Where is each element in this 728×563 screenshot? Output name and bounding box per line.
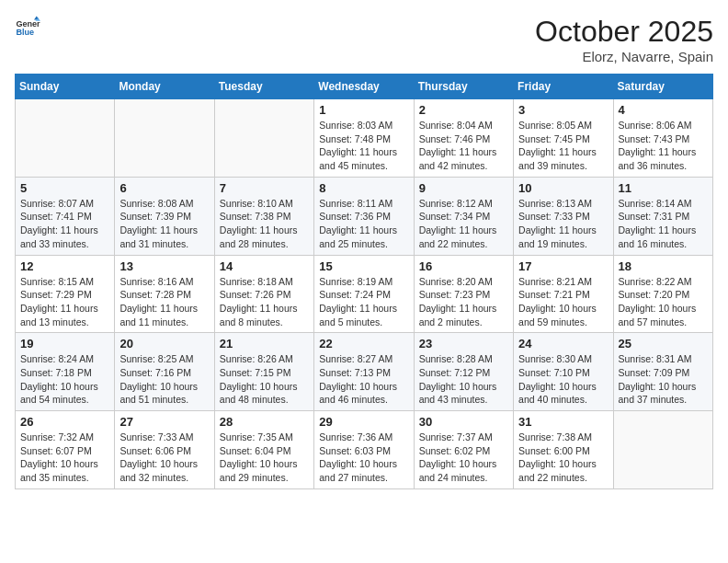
calendar-cell: [214, 99, 313, 178]
day-number: 31: [518, 415, 608, 429]
calendar-cell: 10Sunrise: 8:13 AM Sunset: 7:33 PM Dayli…: [514, 177, 613, 255]
day-info: Sunrise: 7:36 AM Sunset: 6:03 PM Dayligh…: [319, 431, 408, 485]
day-number: 18: [619, 259, 708, 273]
day-info: Sunrise: 8:10 AM Sunset: 7:38 PM Dayligh…: [220, 197, 309, 251]
calendar-cell: 7Sunrise: 8:10 AM Sunset: 7:38 PM Daylig…: [214, 177, 313, 255]
logo-icon: General Blue: [15, 15, 40, 40]
calendar-cell: 16Sunrise: 8:20 AM Sunset: 7:23 PM Dayli…: [414, 255, 513, 333]
day-info: Sunrise: 7:35 AM Sunset: 6:04 PM Dayligh…: [220, 431, 309, 485]
day-header-wednesday: Wednesday: [314, 75, 414, 99]
calendar-cell: 5Sunrise: 8:07 AM Sunset: 7:41 PM Daylig…: [16, 177, 115, 255]
calendar-cell: 9Sunrise: 8:12 AM Sunset: 7:34 PM Daylig…: [414, 177, 513, 255]
day-info: Sunrise: 8:03 AM Sunset: 7:48 PM Dayligh…: [319, 119, 408, 173]
day-info: Sunrise: 8:04 AM Sunset: 7:46 PM Dayligh…: [419, 119, 508, 173]
day-number: 19: [20, 337, 109, 350]
day-number: 1: [319, 103, 408, 117]
day-info: Sunrise: 8:25 AM Sunset: 7:16 PM Dayligh…: [119, 352, 209, 407]
calendar-cell: 13Sunrise: 8:16 AM Sunset: 7:28 PM Dayli…: [115, 255, 214, 333]
header: General Blue October 2025 Elorz, Navarre…: [15, 15, 713, 64]
day-info: Sunrise: 8:14 AM Sunset: 7:31 PM Dayligh…: [619, 197, 708, 251]
day-header-thursday: Thursday: [414, 75, 513, 99]
week-row-3: 12Sunrise: 8:15 AM Sunset: 7:29 PM Dayli…: [16, 255, 713, 333]
day-number: 23: [419, 337, 508, 350]
day-number: 6: [119, 181, 209, 195]
day-number: 2: [419, 103, 508, 117]
day-info: Sunrise: 8:30 AM Sunset: 7:10 PM Dayligh…: [518, 352, 608, 407]
calendar-cell: 18Sunrise: 8:22 AM Sunset: 7:20 PM Dayli…: [613, 255, 712, 333]
title-area: October 2025 Elorz, Navarre, Spain: [535, 15, 713, 64]
calendar-cell: 28Sunrise: 7:35 AM Sunset: 6:04 PM Dayli…: [214, 411, 313, 489]
day-info: Sunrise: 8:22 AM Sunset: 7:20 PM Dayligh…: [619, 275, 708, 329]
day-info: Sunrise: 8:05 AM Sunset: 7:45 PM Dayligh…: [518, 119, 608, 173]
day-number: 27: [119, 415, 209, 429]
day-number: 12: [20, 259, 109, 273]
calendar-cell: [115, 99, 214, 178]
day-info: Sunrise: 8:20 AM Sunset: 7:23 PM Dayligh…: [419, 275, 508, 329]
day-number: 8: [319, 181, 408, 195]
day-number: 30: [419, 415, 508, 429]
day-header-tuesday: Tuesday: [214, 75, 313, 99]
calendar-cell: 31Sunrise: 7:38 AM Sunset: 6:00 PM Dayli…: [514, 411, 613, 489]
calendar-cell: 23Sunrise: 8:28 AM Sunset: 7:12 PM Dayli…: [414, 333, 513, 411]
day-info: Sunrise: 8:06 AM Sunset: 7:43 PM Dayligh…: [619, 119, 708, 173]
calendar-cell: 25Sunrise: 8:31 AM Sunset: 7:09 PM Dayli…: [613, 333, 712, 411]
day-number: 10: [518, 181, 608, 195]
day-info: Sunrise: 8:13 AM Sunset: 7:33 PM Dayligh…: [518, 197, 608, 251]
calendar-cell: 20Sunrise: 8:25 AM Sunset: 7:16 PM Dayli…: [115, 333, 214, 411]
day-info: Sunrise: 8:15 AM Sunset: 7:29 PM Dayligh…: [20, 275, 109, 329]
day-info: Sunrise: 8:12 AM Sunset: 7:34 PM Dayligh…: [419, 197, 508, 251]
day-number: 29: [319, 415, 408, 429]
calendar-cell: 21Sunrise: 8:26 AM Sunset: 7:15 PM Dayli…: [214, 333, 313, 411]
day-info: Sunrise: 7:33 AM Sunset: 6:06 PM Dayligh…: [119, 431, 209, 485]
day-number: 21: [220, 337, 309, 350]
day-info: Sunrise: 8:31 AM Sunset: 7:09 PM Dayligh…: [619, 352, 708, 407]
day-info: Sunrise: 7:32 AM Sunset: 6:07 PM Dayligh…: [20, 431, 109, 485]
calendar-cell: 12Sunrise: 8:15 AM Sunset: 7:29 PM Dayli…: [16, 255, 115, 333]
day-header-friday: Friday: [514, 75, 613, 99]
day-info: Sunrise: 8:18 AM Sunset: 7:26 PM Dayligh…: [220, 275, 309, 329]
day-number: 25: [619, 337, 708, 350]
calendar-cell: 6Sunrise: 8:08 AM Sunset: 7:39 PM Daylig…: [115, 177, 214, 255]
day-number: 7: [220, 181, 309, 195]
calendar-cell: 3Sunrise: 8:05 AM Sunset: 7:45 PM Daylig…: [514, 99, 613, 178]
day-info: Sunrise: 8:11 AM Sunset: 7:36 PM Dayligh…: [319, 197, 408, 251]
calendar-cell: 19Sunrise: 8:24 AM Sunset: 7:18 PM Dayli…: [16, 333, 115, 411]
day-info: Sunrise: 7:37 AM Sunset: 6:02 PM Dayligh…: [419, 431, 508, 485]
calendar-cell: 2Sunrise: 8:04 AM Sunset: 7:46 PM Daylig…: [414, 99, 513, 178]
day-number: 4: [619, 103, 708, 117]
day-number: 20: [119, 337, 209, 350]
calendar-cell: 11Sunrise: 8:14 AM Sunset: 7:31 PM Dayli…: [613, 177, 712, 255]
calendar-cell: 24Sunrise: 8:30 AM Sunset: 7:10 PM Dayli…: [514, 333, 613, 411]
day-number: 16: [419, 259, 508, 273]
svg-text:Blue: Blue: [16, 28, 34, 37]
day-number: 26: [20, 415, 109, 429]
calendar-cell: 22Sunrise: 8:27 AM Sunset: 7:13 PM Dayli…: [314, 333, 414, 411]
calendar-cell: [16, 99, 115, 178]
day-info: Sunrise: 8:19 AM Sunset: 7:24 PM Dayligh…: [319, 275, 408, 329]
day-number: 3: [518, 103, 608, 117]
day-info: Sunrise: 8:24 AM Sunset: 7:18 PM Dayligh…: [20, 352, 109, 407]
day-info: Sunrise: 8:26 AM Sunset: 7:15 PM Dayligh…: [220, 352, 309, 407]
week-row-5: 26Sunrise: 7:32 AM Sunset: 6:07 PM Dayli…: [16, 411, 713, 489]
day-info: Sunrise: 8:08 AM Sunset: 7:39 PM Dayligh…: [119, 197, 209, 251]
day-number: 14: [220, 259, 309, 273]
calendar-cell: 27Sunrise: 7:33 AM Sunset: 6:06 PM Dayli…: [115, 411, 214, 489]
day-number: 13: [119, 259, 209, 273]
calendar-cell: 4Sunrise: 8:06 AM Sunset: 7:43 PM Daylig…: [613, 99, 712, 178]
day-info: Sunrise: 8:28 AM Sunset: 7:12 PM Dayligh…: [419, 352, 508, 407]
calendar-cell: 26Sunrise: 7:32 AM Sunset: 6:07 PM Dayli…: [16, 411, 115, 489]
day-number: 22: [319, 337, 408, 350]
logo: General Blue: [15, 15, 40, 40]
day-number: 9: [419, 181, 508, 195]
calendar-cell: 30Sunrise: 7:37 AM Sunset: 6:02 PM Dayli…: [414, 411, 513, 489]
calendar-cell: 1Sunrise: 8:03 AM Sunset: 7:48 PM Daylig…: [314, 99, 414, 178]
day-number: 28: [220, 415, 309, 429]
day-header-saturday: Saturday: [613, 75, 712, 99]
week-row-2: 5Sunrise: 8:07 AM Sunset: 7:41 PM Daylig…: [16, 177, 713, 255]
day-info: Sunrise: 8:16 AM Sunset: 7:28 PM Dayligh…: [119, 275, 209, 329]
day-number: 17: [518, 259, 608, 273]
day-info: Sunrise: 8:27 AM Sunset: 7:13 PM Dayligh…: [319, 352, 408, 407]
day-number: 24: [518, 337, 608, 350]
calendar-cell: 17Sunrise: 8:21 AM Sunset: 7:21 PM Dayli…: [514, 255, 613, 333]
header-row: SundayMondayTuesdayWednesdayThursdayFrid…: [16, 75, 713, 99]
